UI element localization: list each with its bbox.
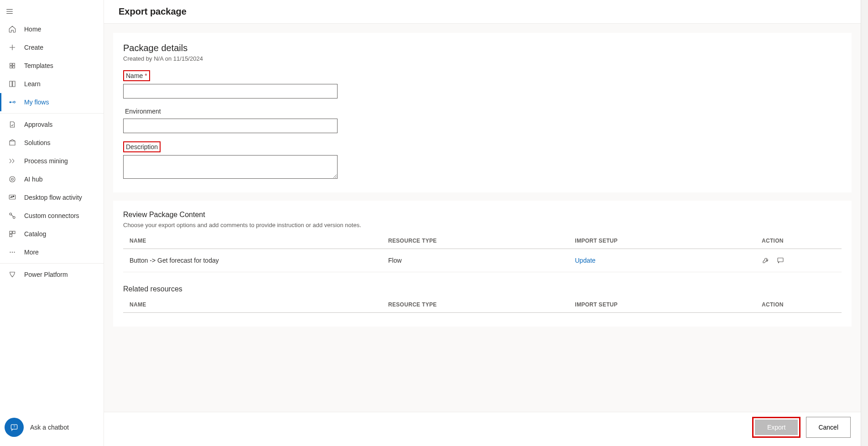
sidebar-item-label: Process mining [24, 157, 68, 165]
row-actions [762, 256, 835, 264]
svg-point-10 [10, 252, 10, 253]
sidebar-item-label: AI hub [24, 176, 42, 183]
home-icon [8, 25, 17, 34]
sidebar-item-approvals[interactable]: Approvals [0, 115, 104, 134]
footer: Export Cancel [104, 412, 861, 446]
related-resources-title: Related resources [123, 285, 842, 293]
sidebar-item-my-flows[interactable]: My flows [0, 93, 104, 111]
sidebar-item-label: Catalog [24, 230, 46, 238]
svg-point-11 [12, 252, 13, 253]
approvals-icon [8, 120, 17, 129]
desktop-flow-icon [8, 193, 17, 202]
name-input[interactable] [123, 84, 338, 99]
svg-point-2 [10, 176, 15, 182]
svg-point-0 [10, 101, 11, 103]
sidebar-item-templates[interactable]: Templates [0, 57, 104, 75]
sidebar-item-learn[interactable]: Learn [0, 75, 104, 93]
solutions-icon [8, 138, 17, 147]
sidebar-item-power-platform[interactable]: Power Platform [0, 265, 104, 284]
review-subtitle: Choose your export options and add comme… [123, 222, 842, 228]
sidebar-item-label: More [24, 249, 39, 256]
name-field-group: Name * [123, 70, 842, 99]
sidebar-item-label: Home [24, 26, 41, 33]
sidebar-item-home[interactable]: Home [0, 20, 104, 38]
package-details-subtitle: Created by N/A on 11/15/2024 [123, 55, 842, 62]
chatbot-button[interactable]: ? [5, 418, 24, 437]
environment-field-group: Environment [123, 107, 842, 133]
description-input[interactable] [123, 155, 338, 179]
content: Package details Created by N/A on 11/15/… [104, 24, 861, 446]
sidebar-item-label: My flows [24, 99, 49, 106]
col-name: NAME [123, 233, 382, 249]
catalog-icon [8, 229, 17, 239]
svg-point-1 [14, 101, 16, 103]
page-title: Export package [104, 0, 861, 24]
review-table: NAME RESOURCE TYPE IMPORT SETUP ACTION B… [123, 233, 842, 272]
svg-point-12 [14, 252, 15, 253]
book-icon [8, 79, 17, 88]
hamburger-menu-button[interactable] [0, 3, 104, 20]
description-field-group: Description [123, 141, 842, 179]
wrench-icon[interactable] [762, 256, 770, 264]
svg-rect-9 [10, 234, 12, 237]
environment-input[interactable] [123, 119, 338, 133]
sidebar-item-label: Desktop flow activity [24, 194, 82, 201]
svg-rect-15 [778, 258, 783, 262]
col-action: ACTION [755, 297, 842, 313]
more-icon [8, 248, 17, 257]
col-action: ACTION [755, 233, 842, 249]
sidebar-item-ai-hub[interactable]: AI hub [0, 170, 104, 188]
main: Export package Package details Created b… [104, 0, 861, 446]
hamburger-icon [5, 7, 14, 16]
sidebar-item-label: Solutions [24, 139, 51, 146]
chatbot-section: ? Ask a chatbot [0, 410, 104, 446]
flow-icon [8, 98, 17, 107]
comment-icon[interactable] [776, 256, 785, 264]
col-import-setup: IMPORT SETUP [569, 233, 756, 249]
connectors-icon [8, 211, 17, 220]
related-table: NAME RESOURCE TYPE IMPORT SETUP ACTION [123, 297, 842, 313]
sidebar-item-label: Templates [24, 62, 53, 69]
cancel-button[interactable]: Cancel [806, 417, 851, 438]
sidebar-item-process-mining[interactable]: Process mining [0, 152, 104, 170]
plus-icon [8, 43, 17, 52]
nav-list: Approvals Solutions Process mining AI hu… [0, 115, 104, 261]
sidebar-item-desktop-flow-activity[interactable]: Desktop flow activity [0, 188, 104, 207]
process-mining-icon [8, 156, 17, 166]
sidebar-item-label: Approvals [24, 121, 52, 128]
row-import-link[interactable]: Update [575, 257, 596, 264]
sidebar-item-more[interactable]: More [0, 243, 104, 261]
row-type: Flow [382, 249, 569, 272]
sidebar-item-catalog[interactable]: Catalog [0, 225, 104, 243]
col-resource-type: RESOURCE TYPE [382, 297, 569, 313]
sidebar-item-create[interactable]: Create [0, 38, 104, 57]
nav-divider [0, 263, 104, 264]
svg-text:?: ? [13, 425, 15, 428]
environment-label: Environment [123, 107, 163, 116]
sidebar-item-label: Create [24, 44, 43, 51]
nav-list: Power Platform [0, 265, 104, 284]
col-resource-type: RESOURCE TYPE [382, 233, 569, 249]
chatbot-icon: ? [10, 423, 19, 432]
templates-icon [8, 61, 17, 70]
sidebar-item-label: Power Platform [24, 271, 68, 278]
review-title: Review Package Content [123, 211, 842, 219]
sidebar: Home Create Templates Learn My flows App… [0, 0, 104, 446]
chatbot-label: Ask a chatbot [30, 424, 69, 431]
svg-rect-8 [13, 231, 15, 233]
export-button-highlight: Export [752, 417, 800, 438]
export-button[interactable]: Export [755, 420, 798, 435]
description-label: Description [123, 141, 161, 152]
col-import-setup: IMPORT SETUP [569, 297, 756, 313]
svg-rect-7 [10, 231, 12, 233]
sidebar-item-custom-connectors[interactable]: Custom connectors [0, 207, 104, 225]
table-row: Button -> Get forecast for today Flow Up… [123, 249, 842, 272]
sidebar-item-label: Learn [24, 80, 41, 88]
sidebar-item-solutions[interactable]: Solutions [0, 134, 104, 152]
sidebar-item-label: Custom connectors [24, 212, 79, 219]
nav-divider [0, 113, 104, 114]
review-card: Review Package Content Choose your expor… [113, 201, 852, 327]
row-name: Button -> Get forecast for today [123, 249, 382, 272]
svg-point-3 [11, 178, 14, 181]
scrollbar[interactable] [861, 0, 868, 446]
